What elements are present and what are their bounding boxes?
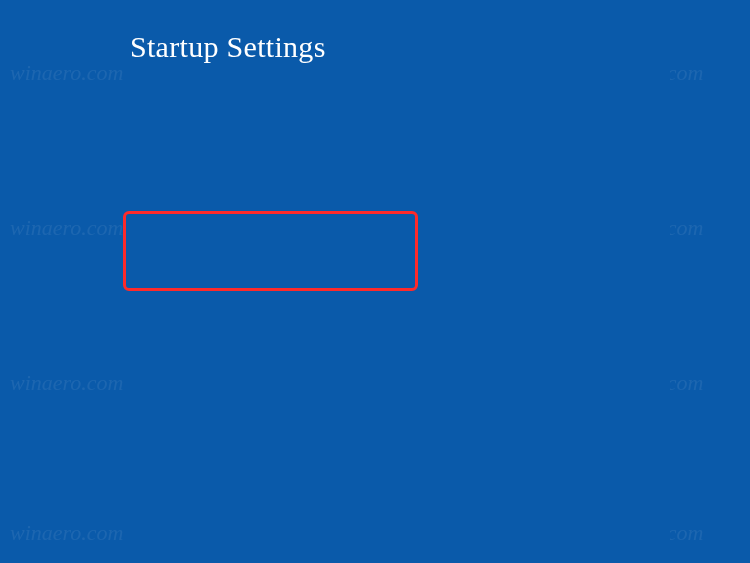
watermark-text: winaero.com xyxy=(10,520,123,563)
startup-settings-panel: Startup Settings Press a number to choos… xyxy=(130,30,670,563)
page-title: Startup Settings xyxy=(130,30,670,563)
watermark-text: winaero.com xyxy=(10,60,123,563)
watermark-text: winaero.com xyxy=(10,215,123,563)
watermark-text: winaero.com xyxy=(10,370,123,563)
